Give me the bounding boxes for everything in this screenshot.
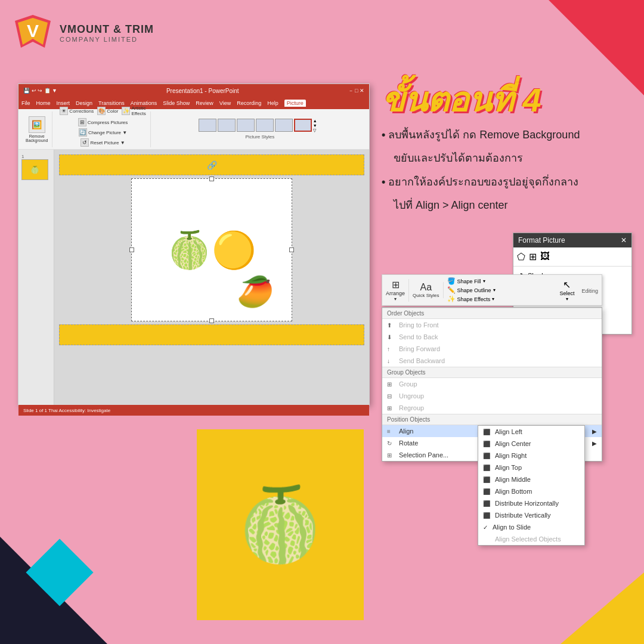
bullet-2: อยากให้องค์ประกอบของรูปอยู่จุดกึ่งกลาง [382,173,632,191]
tab-help[interactable]: Help [267,100,278,106]
format-icon-image[interactable]: 🖼 [540,251,550,262]
align-selected-label: Align Selected Objects [495,535,561,543]
pic-style-scroll[interactable]: ▲ ▼ ▽ [313,119,321,133]
adjust-row2: ⊞ Compress Pictures [77,117,129,127]
corrections-button[interactable]: ☀ Corrections [58,105,95,117]
arrange-button[interactable]: ⊞ Arrange ▾ [386,279,409,302]
shape-fill-row[interactable]: 🪣 Shape Fill ▾ [447,277,556,285]
send-backward-item[interactable]: ↓ Send Backward [382,355,602,367]
shape-effects-row[interactable]: ✨ Shape Effects ▾ [447,295,556,303]
selection-handle-top[interactable] [209,177,214,181]
quick-styles-button[interactable]: Aa Quick Styles [413,282,443,298]
change-pic-button[interactable]: 🔄 Change Picture ▼ [78,128,128,137]
shape-effects-label: Shape Effects [457,296,491,302]
align-to-slide-item[interactable]: ✓ Align to Slide [478,521,584,533]
tab-home[interactable]: Home [36,100,51,106]
align-left-label: Align Left [495,428,522,435]
send-backward-icon: ↓ [387,358,395,364]
effects-icon: ✨ [447,295,456,303]
bring-forward-item[interactable]: ↑ Bring Forward [382,343,602,355]
ungroup-icon: ⊟ [387,393,395,400]
regroup-item[interactable]: ⊞ Regroup [382,402,602,414]
regroup-label: Regroup [399,404,424,411]
send-backward-label: Send Backward [399,357,445,364]
bullet-1: ลบพื้นหลังรูปได้ กด Remove Background [382,126,632,144]
company-name: VMOUNT & TRIM COMPANY LIMITED [60,23,154,43]
selection-handle-right[interactable] [289,247,294,252]
pic-style-4[interactable] [256,119,274,132]
pic-style-2[interactable] [218,119,236,132]
format-icon-grid[interactable]: ⊞ [529,251,537,262]
color-button[interactable]: 🎨 Color [96,105,119,117]
outline-icon: ✏️ [447,286,456,294]
tab-file[interactable]: File [21,100,30,106]
align-right-item[interactable]: ⬛ Align Right [478,450,584,462]
send-to-back-item[interactable]: ⬇ Send to Back [382,331,602,343]
slide-mango-image: 🥭 [237,274,274,309]
picture-styles-thumbnails: ▲ ▼ ▽ [199,119,321,133]
arrange-icon: ⊞ [392,279,400,290]
position-objects-header: Position Objects [382,414,602,425]
tab-view[interactable]: View [219,100,231,106]
shape-fill-label: Shape Fill [457,278,481,284]
format-panel-title: Format Picture [518,236,565,244]
align-selected-item[interactable]: Align Selected Objects [478,533,584,545]
tab-recording[interactable]: Recording [237,100,261,106]
pic-style-5[interactable] [275,119,293,132]
compress-button[interactable]: ⊞ Compress Pictures [77,117,129,127]
tab-slide-show[interactable]: Slide Show [163,100,190,106]
picture-styles-label: Picture Styles [245,134,274,140]
align-middle-label: Align Middle [495,476,531,483]
context-menu-container: ⊞ Arrange ▾ Aa Quick Styles 🪣 Shape Fill… [382,274,602,462]
shape-outline-row[interactable]: ✏️ Shape Outline ▾ [447,286,556,294]
align-icon: ≡ [387,428,395,435]
close-icon[interactable]: ✕ [621,236,627,244]
distribute-v-icon: ⬛ [483,512,491,519]
align-center-item[interactable]: ⬛ Align Center [478,438,584,450]
bullet-1-indent: ขยับและปรับได้ตามต้องการ [382,149,632,168]
align-bottom-label: Align Bottom [495,488,532,495]
align-submenu: ⬛ Align Left ⬛ Align Center ⬛ Align Righ… [478,425,585,546]
align-top-item[interactable]: ⬛ Align Top [478,462,584,473]
align-right-label: Align Right [495,452,527,459]
slide-image-container[interactable]: 🍈🟡 🥭 [131,178,292,321]
pic-style-3[interactable] [237,119,255,132]
info-panel: ขั้นตอนที่ 4 ลบพื้นหลังรูปได้ กด Remove … [382,83,632,214]
align-bottom-item[interactable]: ⬛ Align Bottom [478,485,584,497]
ungroup-item[interactable]: ⊟ Ungroup [382,390,602,402]
align-middle-item[interactable]: ⬛ Align Middle [478,473,584,485]
adjust-row1: ☀ Corrections 🎨 Color ✨ ArtisticEffects [58,105,147,117]
tab-review[interactable]: Review [196,100,213,106]
align-center-icon: ⬛ [483,441,491,447]
pic-style-6[interactable] [294,119,312,132]
remove-bg-button[interactable]: 🖼️ RemoveBackground [24,115,49,144]
shape-actions: 🪣 Shape Fill ▾ ✏️ Shape Outline ▾ ✨ Shap… [447,277,556,303]
distribute-v-item[interactable]: ⬛ Distribute Vertically [478,509,584,521]
pic-style-1[interactable] [199,119,216,132]
format-panel-icons: ⬠ ⊞ 🖼 [513,247,631,267]
slide-panel: 1 🍈 [18,150,54,405]
slide-thumbnail-1[interactable]: 🍈 [21,159,48,180]
distribute-h-item[interactable]: ⬛ Distribute Horizontally [478,497,584,509]
dropdown-menu: Order Objects ⬆ Bring to Front ⬇ Send to… [382,307,602,462]
bring-to-front-item[interactable]: ⬆ Bring to Front [382,319,602,331]
format-icon-pentagon[interactable]: ⬠ [517,251,525,262]
ppt-toolbar: 🖼️ RemoveBackground ☀ Corrections 🎨 Colo… [18,109,369,150]
bring-forward-icon: ↑ [387,346,395,352]
ribbon-snippet: ⊞ Arrange ▾ Aa Quick Styles 🪣 Shape Fill… [382,274,602,306]
tab-picture[interactable]: Picture [284,100,306,107]
select-section[interactable]: ↖ Select ▾ [559,279,574,302]
artistic-effects-button[interactable]: ✨ ArtisticEffects [120,105,147,117]
company-logo: V [12,12,54,54]
shape-outline-label: Shape Outline [457,287,491,293]
svg-text:V: V [27,21,39,41]
selection-handle-bottom[interactable] [209,318,214,323]
window-buttons: － □ ✕ [348,87,364,95]
group-item[interactable]: ⊞ Group [382,378,602,390]
align-bottom-icon: ⬛ [483,488,491,495]
company-sub-name: COMPANY LIMITED [60,36,154,43]
selection-handle-left[interactable] [129,247,134,252]
distribute-v-label: Distribute Vertically [495,512,551,519]
reset-pic-button[interactable]: ↺ Reset Picture ▼ [79,138,126,147]
align-left-item[interactable]: ⬛ Align Left [478,426,584,438]
